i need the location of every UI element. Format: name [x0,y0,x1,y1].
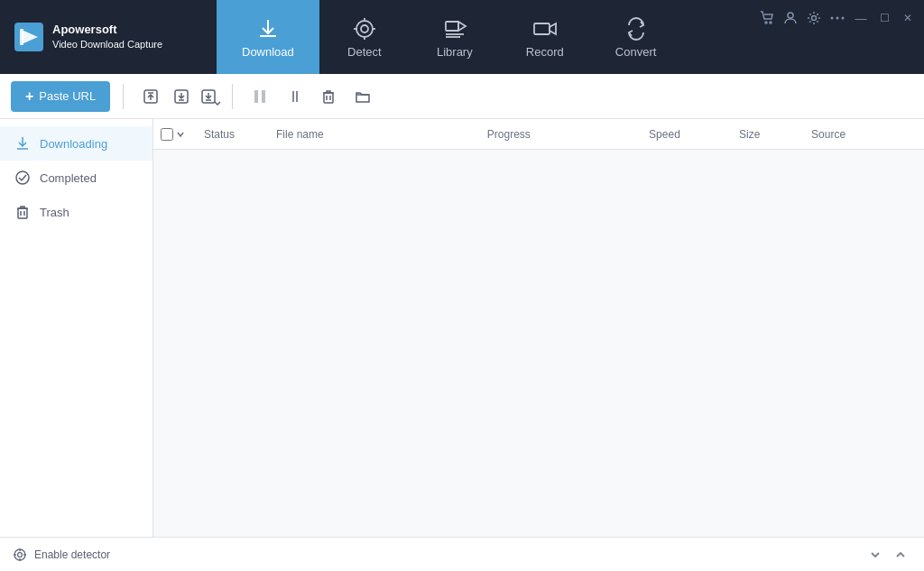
delete-button[interactable] [314,82,343,111]
down-arrow-icon [869,548,882,561]
app-logo-icon [14,23,43,51]
table-header: Status File name Progress Speed Size Sou… [153,119,924,150]
svg-rect-2 [20,29,23,45]
toolbar-separator-1 [123,84,124,109]
restore-button[interactable]: ☐ [875,9,893,27]
svg-point-18 [812,16,817,21]
th-speed: Speed [642,128,732,141]
download-button[interactable] [167,82,196,111]
tab-detect[interactable]: Detect [319,0,410,74]
logo-text: Apowersoft Video Download Capture [52,22,162,52]
th-dropdown-arrow-icon[interactable] [177,131,184,138]
toolbar-separator-2 [232,84,233,109]
tab-library[interactable]: Library [410,0,500,74]
svg-point-21 [842,17,845,20]
logo-area: Apowersoft Video Download Capture [0,0,217,74]
th-checkbox [161,128,197,141]
tab-convert[interactable]: Convert [590,0,682,74]
downloading-icon [14,135,31,152]
svg-rect-13 [534,23,550,34]
enable-detector-area[interactable]: Enable detector [13,548,110,562]
paste-url-button[interactable]: + Paste URL [11,81,110,112]
th-status: Status [197,128,269,141]
sidebar-item-downloading[interactable]: Downloading [0,126,152,161]
sidebar: Downloading Completed Trash [0,119,153,537]
table-area: Status File name Progress Speed Size Sou… [153,119,924,537]
download-tab-icon [255,16,281,41]
table-body [153,150,924,537]
library-tab-icon [442,16,467,41]
svg-point-38 [18,552,23,557]
settings-button[interactable] [805,9,823,27]
resume-button[interactable] [280,82,309,111]
convert-tab-icon [624,16,649,41]
download-buttons-group [136,82,219,111]
toolbar: + Paste URL [0,74,924,119]
user-button[interactable] [781,9,799,27]
svg-point-4 [361,25,368,32]
sidebar-item-trash[interactable]: Trash [0,195,152,229]
close-button[interactable]: ✕ [899,9,917,27]
statusbar-down-button[interactable] [864,544,886,566]
add-to-top-button[interactable] [136,82,165,111]
svg-point-15 [765,22,767,23]
svg-point-20 [836,17,839,20]
record-tab-icon [532,16,558,41]
th-source: Source [804,128,917,141]
select-all-checkbox[interactable] [161,128,173,141]
plus-icon: + [25,88,33,105]
more-button[interactable] [828,9,846,27]
window-controls: — ☐ ✕ [751,0,924,27]
cart-button[interactable] [758,9,776,27]
download-dropdown-button[interactable] [198,82,219,111]
svg-point-19 [831,17,834,20]
statusbar-up-button[interactable] [890,544,911,566]
svg-point-16 [770,22,772,23]
svg-rect-30 [324,93,333,103]
statusbar-controls [864,544,911,566]
detect-tab-icon [352,16,377,41]
svg-point-17 [788,13,793,18]
svg-rect-34 [18,208,27,218]
up-arrow-icon [894,548,907,561]
sidebar-item-completed[interactable]: Completed [0,161,152,195]
detector-icon [13,548,27,562]
th-filename: File name [269,128,480,141]
svg-point-3 [356,21,373,37]
nav-tabs: Download Detect Library [217,0,751,74]
trash-icon [14,204,31,220]
svg-point-33 [16,171,29,184]
svg-rect-9 [446,22,458,31]
th-progress: Progress [480,128,642,141]
pause-button[interactable] [245,82,274,111]
tab-download[interactable]: Download [217,0,319,74]
svg-marker-14 [550,23,556,34]
completed-icon [14,170,31,186]
tab-record[interactable]: Record [500,0,590,74]
header: Apowersoft Video Download Capture Downlo… [0,0,924,74]
main-content: Downloading Completed Trash [0,119,924,537]
minimize-button[interactable]: — [852,9,870,27]
statusbar: Enable detector [0,537,924,571]
th-size: Size [732,128,804,141]
open-folder-button[interactable] [348,82,377,111]
svg-marker-10 [458,22,466,31]
